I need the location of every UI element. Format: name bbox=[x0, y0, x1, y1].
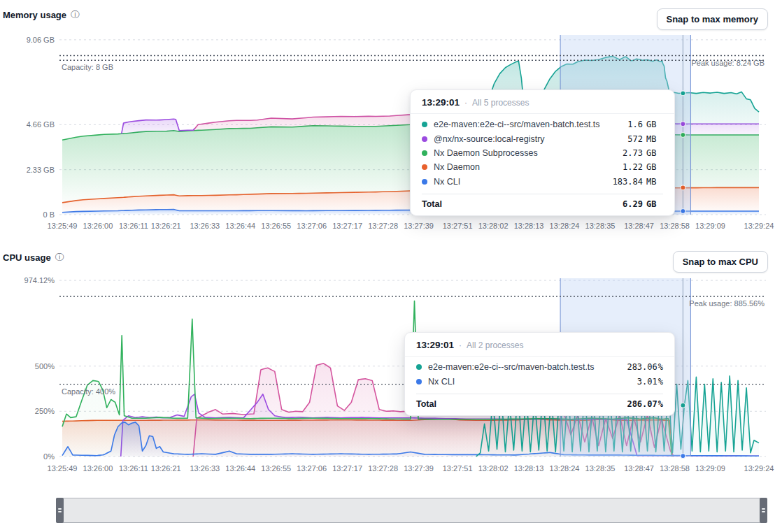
process-color-dot bbox=[422, 179, 427, 185]
info-icon[interactable]: ⓘ bbox=[55, 253, 64, 262]
process-name: e2e-maven:e2e-ci--src/maven-batch.test.t… bbox=[434, 119, 608, 130]
total-unit: % bbox=[658, 398, 663, 410]
tooltip-separator: · bbox=[459, 340, 462, 350]
process-color-dot bbox=[422, 136, 427, 142]
process-value: 3.01 bbox=[623, 376, 657, 387]
memory-tooltip-rows: e2e-maven:e2e-ci--src/maven-batch.test.t… bbox=[411, 114, 674, 192]
memory-tooltip-total-row: Total 6.29 GB bbox=[422, 194, 663, 215]
nx-process-monitor: Memory usage ⓘ Snap to max memory CPU us… bbox=[0, 0, 782, 532]
time-range-brush[interactable] bbox=[56, 498, 767, 523]
total-value: 286.07 bbox=[623, 398, 657, 410]
cpu-tooltip-total-row: Total 286.07 % bbox=[416, 394, 663, 415]
memory-usage-title: Memory usage bbox=[3, 10, 66, 20]
process-color-dot bbox=[422, 122, 427, 127]
process-value-unit: % bbox=[658, 361, 663, 373]
charts-canvas[interactable] bbox=[0, 0, 782, 532]
tooltip-row: Nx Daemon1.22GB bbox=[411, 160, 674, 174]
hover-cursor-dot bbox=[681, 91, 685, 96]
snap-to-max-memory-button[interactable]: Snap to max memory bbox=[657, 8, 769, 30]
process-value-unit: MB bbox=[646, 134, 663, 145]
process-value: 183.84 bbox=[608, 176, 643, 187]
memory-usage-header: Memory usage ⓘ bbox=[3, 10, 80, 20]
cpu-tooltip-header: 13:29:01 · All 2 processes bbox=[405, 333, 674, 357]
process-value: 1.22 bbox=[608, 161, 643, 173]
process-value-unit: GB bbox=[646, 148, 663, 159]
cpu-usage-title: CPU usage bbox=[3, 252, 51, 263]
process-color-dot bbox=[422, 150, 427, 156]
tooltip-time: 13:29:01 bbox=[422, 97, 460, 108]
process-value: 283.06 bbox=[623, 361, 657, 373]
cpu-usage-header: CPU usage ⓘ bbox=[3, 252, 64, 263]
tooltip-process-count: All 2 processes bbox=[467, 340, 523, 350]
total-label: Total bbox=[422, 199, 608, 210]
process-name: @nx/nx-source:local-registry bbox=[434, 134, 608, 145]
tooltip-row: Nx CLI3.01% bbox=[405, 374, 674, 388]
hover-cursor-dot bbox=[681, 133, 685, 138]
memory-tooltip: 13:29:01 · All 5 processes e2e-maven:e2e… bbox=[410, 89, 675, 216]
tooltip-separator: · bbox=[464, 98, 467, 108]
tooltip-time: 13:29:01 bbox=[416, 340, 454, 350]
tooltip-row: Nx CLI183.84MB bbox=[411, 175, 674, 189]
process-name: e2e-maven:e2e-ci--src/maven-batch.test.t… bbox=[428, 361, 623, 373]
process-value-unit: MB bbox=[646, 176, 663, 187]
total-label: Total bbox=[416, 398, 623, 410]
hover-cursor-dot bbox=[681, 403, 685, 408]
process-value-unit: % bbox=[658, 376, 663, 387]
tooltip-row: e2e-maven:e2e-ci--src/maven-batch.test.t… bbox=[411, 117, 674, 131]
info-icon[interactable]: ⓘ bbox=[71, 10, 80, 20]
process-color-dot bbox=[416, 379, 422, 384]
process-value-unit: GB bbox=[646, 161, 663, 173]
process-name: Nx CLI bbox=[428, 376, 623, 387]
brush-handle-left[interactable] bbox=[56, 498, 64, 523]
process-value: 2.73 bbox=[608, 148, 643, 159]
process-value-unit: GB bbox=[646, 119, 663, 130]
brush-handle-right[interactable] bbox=[760, 498, 767, 523]
process-color-dot bbox=[416, 364, 422, 370]
cpu-tooltip-rows: e2e-maven:e2e-ci--src/maven-batch.test.t… bbox=[405, 357, 674, 392]
hover-cursor-dot bbox=[681, 209, 685, 214]
hover-cursor-dot bbox=[681, 454, 685, 459]
total-value: 6.29 bbox=[608, 199, 643, 210]
tooltip-row: e2e-maven:e2e-ci--src/maven-batch.test.t… bbox=[405, 360, 674, 374]
process-value: 572 bbox=[608, 134, 643, 145]
process-name: Nx CLI bbox=[434, 176, 608, 187]
tooltip-process-count: All 5 processes bbox=[472, 98, 529, 108]
hover-cursor-dot bbox=[681, 185, 685, 190]
total-unit: GB bbox=[646, 199, 663, 210]
tooltip-row: Nx Daemon Subprocesses2.73GB bbox=[411, 146, 674, 160]
process-name: Nx Daemon bbox=[434, 161, 608, 173]
tooltip-row: @nx/nx-source:local-registry572MB bbox=[411, 131, 674, 145]
snap-to-max-cpu-button[interactable]: Snap to max CPU bbox=[673, 251, 768, 273]
process-value: 1.6 bbox=[608, 119, 643, 130]
process-name: Nx Daemon Subprocesses bbox=[434, 148, 608, 159]
cpu-tooltip: 13:29:01 · All 2 processes e2e-maven:e2e… bbox=[404, 332, 675, 416]
hover-cursor-dot bbox=[681, 122, 685, 127]
process-color-dot bbox=[422, 164, 427, 170]
memory-tooltip-header: 13:29:01 · All 5 processes bbox=[411, 90, 674, 114]
